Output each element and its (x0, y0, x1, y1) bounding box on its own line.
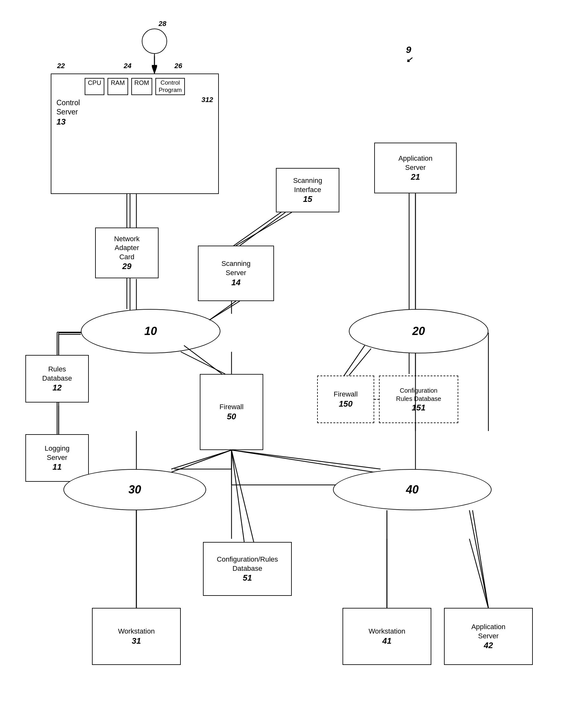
control-program-number: 312 (201, 96, 213, 104)
rom-box: ROM (131, 78, 152, 95)
application-server-21-box: ApplicationServer 21 (374, 143, 457, 193)
svg-line-53 (184, 345, 222, 374)
lan-20-ellipse: 20 (349, 309, 488, 353)
svg-line-38 (171, 450, 231, 472)
svg-line-39 (231, 450, 374, 472)
user-number: 28 (158, 20, 166, 28)
workstation-41-box: Workstation 41 (343, 608, 431, 665)
ram-box: RAM (107, 78, 128, 95)
svg-line-5 (231, 209, 286, 247)
diagram: 9 ↙ 28 22 24 26 CPU RAM ROM Control Prog… (0, 0, 568, 728)
config-rules-151-box: ConfigurationRules Database 151 (379, 376, 458, 423)
svg-line-57 (171, 450, 231, 469)
svg-line-30 (209, 301, 240, 320)
cpu-box: CPU (85, 78, 104, 95)
svg-line-49 (236, 212, 292, 246)
svg-line-48 (209, 301, 236, 320)
scanning-interface-box: ScanningInterface 15 (276, 168, 339, 212)
svg-line-43 (469, 510, 488, 608)
application-server-42-box: ApplicationServer 42 (444, 608, 533, 665)
scanning-server-box: ScanningServer 14 (198, 246, 274, 301)
lan-30-ellipse: 30 (63, 469, 206, 510)
svg-line-23 (469, 539, 488, 609)
svg-line-55 (344, 345, 365, 376)
svg-line-29 (240, 212, 286, 246)
svg-line-59 (231, 450, 244, 542)
ref-24: 24 (124, 62, 131, 70)
user-circle (142, 29, 167, 54)
logging-server-box: LoggingServer 11 (25, 434, 89, 482)
firewall-150-box: Firewall 150 (317, 376, 374, 423)
control-server-box: CPU RAM ROM Control Program ControlServe… (51, 74, 219, 194)
figure-number: 9 ↙ (406, 44, 412, 64)
ref-26: 26 (174, 62, 182, 70)
svg-line-40 (231, 450, 254, 542)
config-rules-51-box: Configuration/RulesDatabase 51 (203, 542, 292, 596)
ref-22: 22 (57, 62, 65, 70)
svg-line-34 (181, 352, 225, 374)
lan-10-ellipse: 10 (81, 309, 220, 353)
workstation-31-box: Workstation 31 (92, 608, 181, 665)
firewall-50-box: Firewall 50 (200, 374, 263, 450)
network-adapter-card-box: NetworkAdapterCard 29 (95, 228, 158, 278)
rules-database-box: RulesDatabase 12 (25, 355, 89, 403)
lan-40-ellipse: 40 (333, 469, 492, 510)
control-program-box: Control Program (155, 78, 185, 95)
svg-line-62 (473, 510, 488, 608)
svg-line-58 (231, 450, 381, 469)
svg-line-36 (349, 349, 371, 376)
